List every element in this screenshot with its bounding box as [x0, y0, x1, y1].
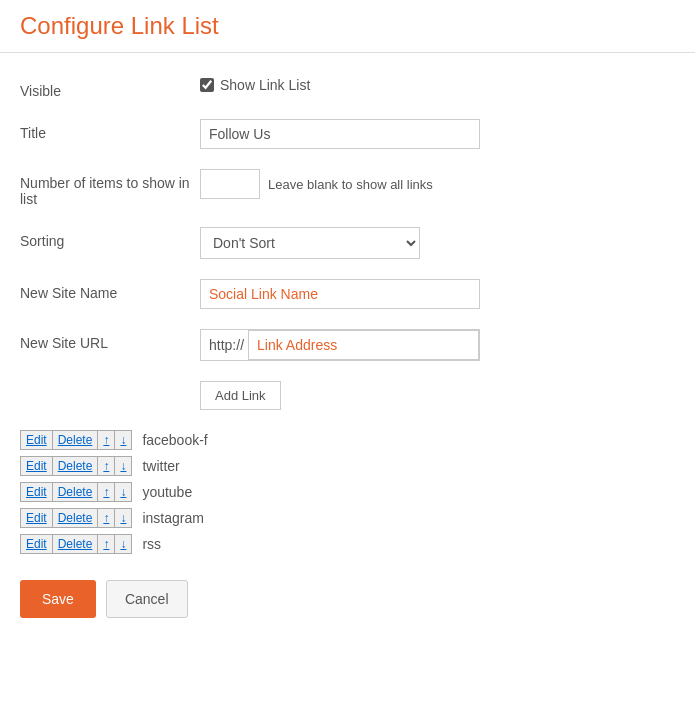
visible-label: Visible [20, 77, 200, 99]
url-prefix: http:// [201, 331, 248, 359]
title-label: Title [20, 119, 200, 141]
new-site-name-control [200, 279, 675, 309]
link-name-youtube: youtube [142, 484, 192, 500]
show-link-list-label: Show Link List [220, 77, 310, 93]
add-link-spacer [20, 381, 200, 387]
new-site-name-label: New Site Name [20, 279, 200, 301]
sorting-label: Sorting [20, 227, 200, 249]
helper-text: Leave blank to show all links [268, 177, 433, 192]
link-actions-instagram: Edit Delete ↑ ↓ [20, 508, 132, 528]
down-button-facebook[interactable]: ↓ [115, 431, 131, 449]
new-site-name-row: New Site Name [20, 279, 675, 309]
save-button[interactable]: Save [20, 580, 96, 618]
delete-button-facebook[interactable]: Delete [53, 431, 99, 449]
new-site-url-label: New Site URL [20, 329, 200, 351]
up-button-facebook[interactable]: ↑ [98, 431, 115, 449]
title-row: Title [20, 119, 675, 149]
visible-checkbox[interactable] [200, 78, 214, 92]
delete-button-rss[interactable]: Delete [53, 535, 99, 553]
number-row: Number of items to show in list Leave bl… [20, 169, 675, 207]
down-button-rss[interactable]: ↓ [115, 535, 131, 553]
link-name-facebook: facebook-f [142, 432, 207, 448]
new-site-url-control: http:// [200, 329, 675, 361]
list-item: Edit Delete ↑ ↓ facebook-f [20, 430, 675, 450]
visible-row: Visible Show Link List [20, 77, 675, 99]
sorting-row: Sorting Don't Sort A-Z Z-A [20, 227, 675, 259]
delete-button-twitter[interactable]: Delete [53, 457, 99, 475]
link-name-rss: rss [142, 536, 161, 552]
edit-button-twitter[interactable]: Edit [21, 457, 53, 475]
number-control: Leave blank to show all links [200, 169, 675, 199]
add-link-button[interactable]: Add Link [200, 381, 281, 410]
title-input[interactable] [200, 119, 480, 149]
add-link-control: Add Link [200, 381, 675, 410]
add-link-row: Add Link [20, 381, 675, 410]
down-button-youtube[interactable]: ↓ [115, 483, 131, 501]
form-buttons: Save Cancel [0, 560, 695, 618]
up-button-rss[interactable]: ↑ [98, 535, 115, 553]
edit-button-instagram[interactable]: Edit [21, 509, 53, 527]
edit-button-rss[interactable]: Edit [21, 535, 53, 553]
link-actions-twitter: Edit Delete ↑ ↓ [20, 456, 132, 476]
sorting-control: Don't Sort A-Z Z-A [200, 227, 675, 259]
up-button-instagram[interactable]: ↑ [98, 509, 115, 527]
link-actions-youtube: Edit Delete ↑ ↓ [20, 482, 132, 502]
list-item: Edit Delete ↑ ↓ rss [20, 534, 675, 554]
visible-control: Show Link List [200, 77, 675, 93]
sorting-select[interactable]: Don't Sort A-Z Z-A [200, 227, 420, 259]
title-control [200, 119, 675, 149]
list-item: Edit Delete ↑ ↓ twitter [20, 456, 675, 476]
down-button-twitter[interactable]: ↓ [115, 457, 131, 475]
link-actions-rss: Edit Delete ↑ ↓ [20, 534, 132, 554]
list-item: Edit Delete ↑ ↓ youtube [20, 482, 675, 502]
new-site-name-input[interactable] [200, 279, 480, 309]
edit-button-facebook[interactable]: Edit [21, 431, 53, 449]
cancel-button[interactable]: Cancel [106, 580, 188, 618]
delete-button-instagram[interactable]: Delete [53, 509, 99, 527]
new-site-url-row: New Site URL http:// [20, 329, 675, 361]
down-button-instagram[interactable]: ↓ [115, 509, 131, 527]
list-item: Edit Delete ↑ ↓ instagram [20, 508, 675, 528]
delete-button-youtube[interactable]: Delete [53, 483, 99, 501]
number-label: Number of items to show in list [20, 169, 200, 207]
link-name-twitter: twitter [142, 458, 179, 474]
url-input[interactable] [248, 330, 479, 360]
show-link-list-checkbox-label[interactable]: Show Link List [200, 77, 310, 93]
link-list: Edit Delete ↑ ↓ facebook-f Edit Delete ↑… [0, 430, 695, 554]
edit-button-youtube[interactable]: Edit [21, 483, 53, 501]
page-title: Configure Link List [0, 0, 695, 53]
number-input[interactable] [200, 169, 260, 199]
url-input-wrapper: http:// [200, 329, 480, 361]
up-button-twitter[interactable]: ↑ [98, 457, 115, 475]
up-button-youtube[interactable]: ↑ [98, 483, 115, 501]
link-actions-facebook: Edit Delete ↑ ↓ [20, 430, 132, 450]
link-name-instagram: instagram [142, 510, 203, 526]
